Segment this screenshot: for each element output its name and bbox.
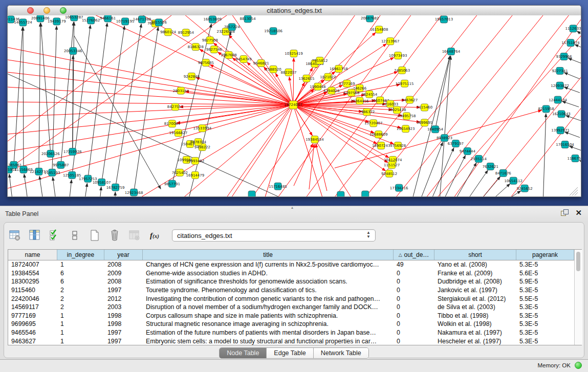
close-panel-icon[interactable]: ✕ [575, 209, 582, 216]
black-edge[interactable] [439, 56, 450, 196]
black-edge[interactable] [134, 27, 159, 192]
black-edge[interactable] [69, 180, 72, 196]
black-edge[interactable] [419, 142, 443, 196]
node-label: 14055724 [14, 20, 32, 25]
column-edit-icon[interactable] [28, 229, 41, 242]
network-graph[interactable]: 2322605898275088186328982754629676088454… [8, 15, 581, 196]
float-panel-icon[interactable] [561, 209, 568, 216]
table-row[interactable]: 977716911998Corpus callosum shape and si… [8, 312, 574, 320]
column-header-title[interactable]: title [143, 250, 394, 260]
network-window-titlebar[interactable]: citations_edges.txt [8, 6, 581, 16]
tab-node-table[interactable]: Node Table [220, 348, 267, 358]
network-node[interactable] [362, 191, 369, 196]
black-edge[interactable] [53, 177, 56, 196]
red-edge[interactable] [8, 105, 293, 135]
tab-network-table[interactable]: Network Table [314, 348, 368, 358]
resize-grip-icon[interactable] [572, 190, 578, 195]
black-edge[interactable] [74, 36, 161, 189]
black-edge[interactable] [562, 101, 579, 107]
network-canvas[interactable]: 2322605898275088186328982754629676088454… [8, 15, 581, 196]
node-label: 10325419 [285, 52, 303, 56]
table-row[interactable]: 969969511998Structural magnetic resonanc… [8, 320, 574, 329]
table-row[interactable]: 2242004622012Investigating the contribut… [8, 294, 574, 303]
column-header-name[interactable]: name [8, 250, 57, 260]
red-edge[interactable] [391, 15, 549, 196]
red-edge[interactable] [130, 15, 293, 105]
black-edge[interactable] [465, 170, 488, 196]
column-header-pagerank[interactable]: pagerank [516, 250, 574, 260]
table-selector-dropdown[interactable]: citations_edges.txt▲▼ [172, 229, 376, 242]
black-edge[interactable] [575, 45, 581, 51]
black-edge[interactable] [88, 23, 107, 179]
column-header-out_de[interactable]: △out_de… [394, 250, 434, 260]
table-row[interactable]: 946554611997Estimation of the future num… [8, 329, 574, 337]
black-edge[interactable] [24, 174, 28, 196]
table-row[interactable]: 1938455462009Genome-wide association stu… [8, 269, 574, 278]
memory-status-icon[interactable] [575, 362, 582, 369]
red-edge[interactable] [8, 105, 293, 170]
splitter-handle-icon[interactable]: ▴ [291, 206, 293, 210]
black-edge[interactable] [570, 146, 581, 152]
red-edge[interactable] [229, 35, 293, 105]
black-edge[interactable] [41, 23, 51, 154]
resize-grip-icon[interactable] [575, 192, 578, 195]
red-edge[interactable] [275, 73, 293, 105]
network-node[interactable] [337, 191, 344, 196]
black-edge[interactable] [477, 177, 500, 196]
black-edge[interactable] [100, 187, 101, 196]
table-row[interactable]: 911546021997Tourette syndrome. Phenomeno… [8, 286, 574, 295]
black-edge[interactable] [14, 27, 23, 165]
column-header-in_degree[interactable]: in_degree [57, 250, 104, 260]
black-edge[interactable] [39, 176, 43, 196]
black-edge[interactable] [23, 27, 24, 169]
function-builder-icon[interactable]: f(x) [148, 229, 161, 242]
column-header-year[interactable]: year [104, 250, 143, 260]
black-edge[interactable] [564, 73, 580, 79]
black-edge[interactable] [8, 74, 294, 196]
network-node[interactable] [248, 191, 255, 196]
table-cell: 9777169 [8, 312, 57, 319]
black-edge[interactable] [9, 174, 13, 196]
table-row[interactable]: 1830029562008Estimation of significance … [8, 277, 574, 286]
red-edge[interactable] [316, 144, 327, 191]
black-edge[interactable] [543, 114, 546, 196]
select-rows-icon[interactable] [48, 229, 61, 242]
black-edge[interactable] [453, 163, 476, 196]
black-edge[interactable] [411, 56, 450, 196]
red-edge[interactable] [130, 105, 293, 196]
black-edge[interactable] [442, 156, 465, 196]
new-table-icon[interactable] [88, 229, 101, 242]
delete-table-icon[interactable] [108, 229, 121, 242]
column-header-short[interactable]: short [434, 250, 516, 260]
red-edge[interactable] [8, 105, 293, 152]
black-edge[interactable] [102, 26, 125, 182]
tab-edge-table[interactable]: Edge Table [267, 348, 313, 358]
black-edge[interactable] [84, 183, 88, 196]
node-label: 1112633 [565, 27, 581, 31]
black-edge[interactable] [577, 31, 581, 40]
table-settings-icon[interactable] [8, 229, 21, 242]
table-scrollbar-thumb[interactable] [576, 252, 580, 271]
node-label: 7485063 [394, 69, 410, 73]
red-edge[interactable] [293, 105, 324, 196]
black-edge[interactable] [565, 132, 580, 138]
table-row[interactable]: 1872400712008Changes of HCN gene express… [8, 260, 574, 269]
row-height-icon[interactable] [68, 229, 81, 242]
network-window[interactable]: citations_edges.txt 23226058982750881863… [7, 5, 581, 197]
black-edge[interactable] [579, 160, 581, 165]
table-row[interactable]: 1456911722003Disruption of a novel membe… [8, 303, 574, 312]
red-edge[interactable] [8, 105, 293, 117]
black-edge[interactable] [488, 184, 510, 196]
red-edge[interactable] [293, 58, 294, 105]
black-edge[interactable] [501, 191, 520, 196]
table-cell: 5.3E-5 [516, 320, 574, 327]
black-edge[interactable] [566, 116, 581, 121]
black-edge[interactable] [61, 22, 74, 165]
table-row[interactable]: 946362711997Embryonic stem cells: a mode… [8, 337, 574, 345]
black-edge[interactable] [115, 192, 116, 196]
table-scrollbar[interactable] [574, 250, 582, 345]
black-edge[interactable] [568, 58, 581, 64]
black-edge[interactable] [39, 23, 40, 171]
import-table-disabled-icon[interactable] [128, 229, 141, 242]
red-edge[interactable] [177, 105, 293, 123]
